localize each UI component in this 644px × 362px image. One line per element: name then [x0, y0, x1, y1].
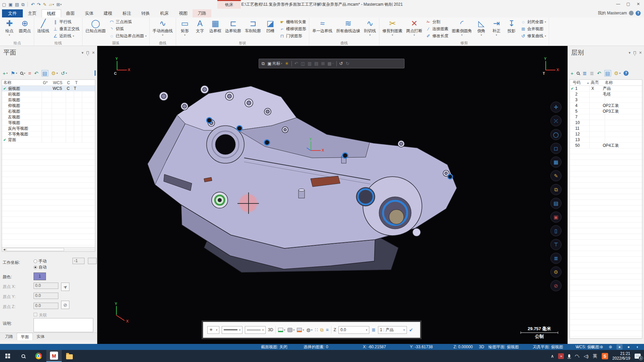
plane-row-仰视图[interactable]: 仰视图: [2, 103, 95, 109]
column-c[interactable]: C: [66, 80, 74, 85]
clear-selection-icon[interactable]: ⊘: [550, 280, 561, 291]
shaded-view-icon[interactable]: ●: [616, 344, 623, 350]
notification-icon[interactable]: 1: [635, 354, 641, 359]
translucent-view-icon[interactable]: ◐: [635, 344, 641, 350]
level-row-5[interactable]: 5OP3工装: [570, 109, 642, 114]
select-group-icon[interactable]: ⧉: [550, 184, 561, 195]
autocursor-icon[interactable]: ✳: [285, 61, 289, 66]
settings-icon[interactable]: ⚙▾: [614, 71, 621, 76]
level-row-11[interactable]: 11: [570, 126, 642, 131]
point-style-select[interactable]: ✳▾: [207, 326, 219, 334]
ribbon-button-单一边界线[interactable]: ≈单一边界线: [311, 18, 334, 40]
volume-icon[interactable]: ◁): [584, 354, 588, 359]
ribbon-button-车削轮廓[interactable]: ⊐车削轮廓: [243, 18, 263, 40]
horizontal-scrollbar[interactable]: ◀: [2, 247, 95, 251]
undo-icon[interactable]: ↶: [34, 71, 39, 76]
plane-row-前视图[interactable]: 前视图: [2, 92, 95, 97]
z-depth-combo[interactable]: 0.0▾: [338, 326, 369, 334]
copy-attr-icon[interactable]: ⧉: [320, 327, 324, 333]
tab-文件[interactable]: 文件: [2, 9, 23, 17]
ribbon-button-栅格转矢量[interactable]: ☛栅格转矢量: [278, 18, 308, 25]
panel-tab-实体[interactable]: 实体: [33, 333, 48, 340]
ribbon-button-圆周点[interactable]: ⊕圆周点: [17, 18, 33, 40]
plane-row-后视图[interactable]: 后视图: [2, 97, 95, 103]
ribbon-button-修复曲线[interactable]: ↺修复曲线▾: [519, 33, 547, 40]
level-row-10[interactable]: 10: [570, 120, 642, 126]
refresh-icon[interactable]: ↺▾: [61, 71, 67, 76]
level-row-7[interactable]: 7: [570, 114, 642, 120]
origin-z-field[interactable]: 0.0: [34, 303, 58, 309]
avatar[interactable]: [629, 11, 634, 15]
undo-icon[interactable]: ↶: [31, 2, 35, 7]
color-swatch[interactable]: 1: [34, 273, 46, 280]
mastercam-app-icon[interactable]: M: [46, 350, 62, 362]
close-button[interactable]: ✕: [633, 0, 643, 8]
clear-origin-button[interactable]: ⊘: [61, 301, 69, 309]
ribbon-button-已知边界点画圆[interactable]: ◌已知边界点画圆▾: [108, 33, 148, 40]
flag-icon[interactable]: ⚑▾: [11, 71, 17, 76]
settings-icon[interactable]: ⚙▾: [51, 71, 58, 76]
save-icon[interactable]: ▣: [8, 2, 12, 7]
window-icon[interactable]: ⊞▾: [56, 2, 62, 7]
plane-row-右视图[interactable]: 右视图: [2, 109, 95, 114]
level-row-13[interactable]: 13: [570, 137, 642, 143]
ribbon-button-垂直正交线[interactable]: ⊥垂直正交线: [51, 25, 81, 33]
tab-主页[interactable]: 主页: [23, 9, 42, 17]
material-button[interactable]: ◍▾: [306, 327, 312, 333]
offset-field-2[interactable]: [88, 258, 97, 264]
select-point-icon[interactable]: ⊤: [550, 239, 561, 250]
edit-save-icon[interactable]: ✎: [43, 2, 47, 7]
equals-icon[interactable]: =: [28, 71, 31, 76]
select-all-icon[interactable]: ✛: [550, 102, 561, 113]
panel-icon[interactable]: ◫: [301, 61, 305, 66]
search-icon[interactable]: [577, 72, 580, 75]
level-row-2[interactable]: 2毛坯: [570, 92, 642, 97]
plane-row-背面[interactable]: ✔背面: [2, 137, 95, 143]
outline-view-icon[interactable]: ⊕: [607, 344, 613, 350]
ribbon-button-门状图形[interactable]: ⊓门状图形: [278, 33, 308, 40]
tab-线框[interactable]: 线框: [42, 9, 61, 17]
solid-color-button[interactable]: ▾: [287, 328, 294, 332]
tab-实体[interactable]: 实体: [80, 9, 99, 17]
select-vector-icon[interactable]: ⤫: [550, 115, 561, 126]
close-icon[interactable]: ✕: [639, 51, 642, 55]
column-highlight[interactable]: 高亮: [589, 80, 603, 85]
minimize-button[interactable]: —: [613, 0, 623, 8]
ribbon-button-修改长度[interactable]: ✐修改长度: [424, 33, 450, 40]
wcs-selector[interactable]: WCS: 俯视图▾: [576, 344, 578, 351]
select-arc-icon[interactable]: ◯: [550, 129, 561, 140]
add-level-icon[interactable]: +: [571, 71, 574, 76]
set-attributes-icon[interactable]: ↙: [409, 327, 413, 333]
copy-icon[interactable]: ⧉: [21, 2, 24, 7]
select-level-icon[interactable]: ≣: [550, 253, 561, 264]
ribbon-button-切弧[interactable]: ◝切弧: [108, 25, 148, 33]
ribbon-button-投影[interactable]: ↧投影: [504, 18, 519, 40]
report-icon[interactable]: ▤: [42, 70, 48, 76]
point-dots-icon[interactable]: ∷: [315, 327, 318, 333]
ribbon-button-手动画曲线[interactable]: ∿手动画曲线▾: [151, 18, 174, 40]
column-wcs[interactable]: WCS: [52, 80, 66, 85]
column-number[interactable]: 号码▲: [570, 80, 589, 85]
3d-toggle[interactable]: 3D: [268, 327, 273, 332]
tab-刀路[interactable]: 刀路: [193, 9, 211, 17]
level-row-12[interactable]: 12: [570, 131, 642, 137]
help-icon[interactable]: ?: [624, 71, 629, 76]
tab-机床[interactable]: 机床: [155, 9, 174, 17]
column-name[interactable]: 名称: [603, 80, 642, 85]
print-icon[interactable]: ▤: [15, 2, 19, 7]
ribbon-button-近距线[interactable]: ∠近距线▾: [51, 33, 81, 40]
ribbon-button-倒角[interactable]: ◺倒角▾: [474, 18, 489, 40]
ribbon-button-楼梯状图形[interactable]: ⌐楼梯状图形: [278, 25, 308, 33]
surface-color-button[interactable]: ▾: [297, 328, 304, 332]
start-button[interactable]: [0, 350, 15, 362]
open-folder-icon[interactable]: ▱▾: [49, 2, 54, 7]
ribbon-button-三点画弧[interactable]: ◠三点画弧: [108, 18, 148, 25]
rotate-left-icon[interactable]: ↺: [339, 61, 343, 66]
microphone-icon[interactable]: [568, 354, 570, 358]
hatch-icon[interactable]: ▥: [308, 61, 312, 66]
chevron-down-icon[interactable]: ▾: [629, 51, 631, 55]
graphics-viewport[interactable]: Y X C Y X T Y X Y X ⧉▣光标▾✳↶◫▥▤⊞▩▾↺↻ ✛⤫◯◻…: [97, 46, 568, 344]
select-origin-button[interactable]: ➤: [61, 283, 69, 291]
level-combo[interactable]: 1 : 产品▾: [378, 326, 407, 334]
select-mesh-icon[interactable]: ▦: [550, 157, 561, 168]
